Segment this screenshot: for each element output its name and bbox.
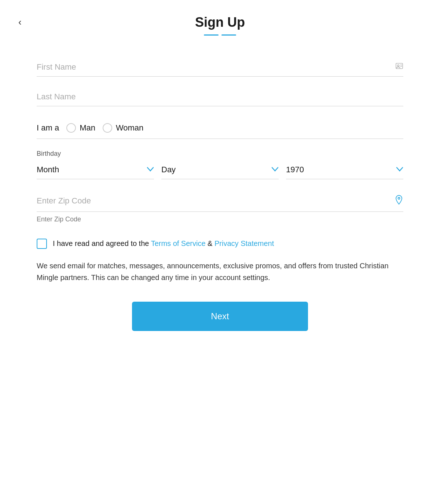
header: Sign Up [37, 15, 403, 36]
radio-woman-circle[interactable] [103, 123, 112, 133]
terms-middle: & [206, 239, 214, 247]
zip-section: Enter Zip Code [37, 190, 403, 227]
zip-input-row [37, 212, 403, 227]
gender-man-label: Man [80, 123, 95, 133]
privacy-statement-link[interactable]: Privacy Statement [214, 239, 274, 247]
gender-field: I am a Man Woman [37, 117, 403, 139]
terms-of-service-link[interactable]: Terms of Service [151, 239, 206, 247]
gender-woman-option[interactable]: Woman [103, 123, 143, 133]
last-name-input[interactable] [37, 92, 403, 102]
zip-code-input[interactable] [37, 216, 403, 223]
year-chevron-icon [396, 166, 403, 174]
gender-label: I am a [37, 123, 59, 133]
terms-checkbox[interactable] [37, 239, 47, 249]
contact-card-icon [395, 62, 403, 72]
birthday-month-dropdown[interactable]: Month [37, 161, 154, 179]
terms-prefix: I have read and agreed to the [53, 239, 151, 247]
birthday-month-value: Month [37, 165, 147, 174]
svg-point-4 [398, 198, 400, 199]
svg-point-1 [397, 65, 399, 67]
page-container: ‹ Sign Up [0, 0, 440, 504]
birthday-year-value: 1970 [286, 165, 396, 174]
day-chevron-icon [271, 166, 279, 174]
month-chevron-icon [147, 166, 154, 174]
page-title: Sign Up [37, 15, 403, 30]
first-name-field [37, 58, 403, 77]
title-underline [37, 34, 403, 36]
birthday-dropdowns: Month Day 1970 [37, 161, 403, 179]
disclaimer-text: We send email for matches, messages, ann… [37, 260, 403, 283]
next-button[interactable]: Next [132, 302, 308, 331]
birthday-day-dropdown[interactable]: Day [161, 161, 279, 179]
underline-segment-2 [221, 34, 236, 36]
zip-top-row: Enter Zip Code [37, 190, 403, 212]
last-name-input-row [37, 88, 403, 106]
underline-segment-1 [204, 34, 219, 36]
gender-row: I am a Man Woman [37, 117, 403, 139]
form-container: I am a Man Woman Birthday Month [37, 58, 403, 331]
birthday-day-value: Day [161, 165, 271, 174]
first-name-input-row [37, 58, 403, 77]
terms-row: I have read and agreed to the Terms of S… [37, 238, 403, 249]
gender-woman-label: Woman [116, 123, 143, 133]
location-icon [395, 195, 403, 207]
radio-man-circle[interactable] [66, 123, 76, 133]
last-name-field [37, 88, 403, 106]
back-button[interactable]: ‹ [15, 15, 25, 30]
birthday-year-dropdown[interactable]: 1970 [286, 161, 403, 179]
birthday-label: Birthday [37, 150, 403, 158]
terms-text: I have read and agreed to the Terms of S… [53, 238, 274, 249]
first-name-input[interactable] [37, 62, 395, 72]
gender-man-option[interactable]: Man [66, 123, 95, 133]
birthday-section: Birthday Month Day [37, 150, 403, 179]
zip-label: Enter Zip Code [37, 196, 395, 206]
